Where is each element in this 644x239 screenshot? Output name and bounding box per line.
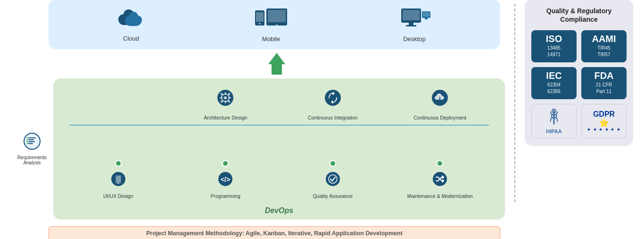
badge-hipaa: HIPAA [531, 104, 577, 138]
badge-iso: ISO 1348514971 [531, 30, 577, 62]
timeline-dot-cd [437, 160, 443, 167]
svg-rect-8 [409, 23, 413, 25]
svg-point-33 [221, 93, 223, 95]
arrow-head [268, 53, 285, 64]
badge-iec: IEC 6230462366 [531, 67, 577, 99]
svg-rect-16 [28, 141, 35, 142]
arch-icon [217, 86, 234, 110]
qa-icon [325, 169, 340, 189]
aami-title: AAMI [592, 34, 616, 43]
svg-rect-7 [403, 10, 420, 20]
iec-title: IEC [546, 71, 561, 80]
svg-rect-24 [116, 176, 121, 182]
iso-title: ISO [546, 34, 562, 43]
svg-point-36 [228, 100, 231, 102]
svg-point-19 [27, 139, 28, 140]
svg-point-42 [326, 172, 340, 186]
svg-point-20 [27, 141, 28, 142]
svg-text:</>: </> [221, 176, 230, 183]
svg-rect-1 [256, 12, 264, 22]
platform-cloud: Cloud [117, 8, 145, 42]
gdpr-star-row: ★ ★ ★ ★ ★ ★ [587, 127, 621, 132]
mobile-icon [254, 8, 288, 33]
platform-mobile: Mobile [254, 8, 288, 43]
maintenance-icon [432, 169, 447, 189]
qa-label: Quality Assurance [313, 189, 353, 204]
timeline-item-uiux: UI/UX Design [65, 86, 172, 204]
gdpr-stars-icon: ⭐ [599, 119, 609, 127]
arch-label: Architecture Design [204, 111, 247, 125]
timeline-dot-uiux [115, 160, 122, 167]
aami-sub: TIR45TIR57 [597, 45, 610, 58]
quality-panel: Quality & Regulatory Compliance ISO 1348… [525, 0, 633, 146]
cd-icon [431, 86, 448, 110]
timeline-item-arch: Architecture Design </> Programming [172, 86, 280, 204]
svg-point-34 [228, 93, 231, 95]
platform-desktop: Desktop [397, 8, 431, 43]
iec-sub: 6230462366 [547, 82, 561, 95]
svg-rect-14 [28, 137, 36, 138]
svg-point-5 [276, 24, 278, 26]
svg-rect-15 [28, 139, 34, 140]
cloud-label: Cloud [123, 35, 139, 42]
arrow-stem [272, 64, 282, 75]
gdpr-content: GDPR ⭐ ★ ★ ★ ★ ★ ★ [587, 110, 621, 132]
timeline-dot-arch [222, 160, 229, 167]
iso-sub: 1348514971 [547, 45, 561, 58]
desktop-icon [397, 8, 431, 33]
uiux-icon [111, 169, 126, 189]
requirements-analysis: Requirements Analysis [11, 133, 53, 165]
ci-icon [324, 86, 341, 110]
uiux-label: UI/UX Design [103, 189, 133, 204]
cloud-icon [117, 8, 145, 32]
platform-box: Cloud Mobile [49, 0, 500, 49]
ci-label: Continuous Integration [308, 111, 358, 125]
fda-title: FDA [594, 71, 613, 80]
timeline-item-cd: Continuous Deployment [387, 86, 494, 204]
main-container: Cloud Mobile [11, 0, 633, 239]
desktop-label: Desktop [403, 35, 426, 43]
mobile-label: Mobile [262, 35, 280, 43]
outer-row: Requirements Analysis [11, 78, 505, 220]
svg-point-25 [117, 182, 119, 184]
svg-point-21 [27, 143, 28, 144]
left-section: Cloud Mobile [11, 0, 505, 239]
svg-rect-11 [423, 12, 429, 17]
programming-label: Programming [211, 189, 240, 204]
maintenance-label: Maintenance & Modernization [407, 189, 473, 204]
divider [514, 4, 515, 202]
svg-rect-9 [406, 25, 416, 26]
badges-grid: ISO 1348514971 AAMI TIR45TIR57 IEC 62304… [531, 30, 627, 138]
devops-box: UI/UX Design [53, 78, 505, 220]
hipaa-label: HIPAA [546, 128, 561, 134]
hipaa-caduceus-icon [547, 108, 561, 128]
badge-fda: FDA 21 CFRPart 11 [581, 67, 627, 99]
svg-point-2 [259, 23, 261, 25]
devops-label: DevOps [60, 206, 498, 215]
arrow-section [49, 53, 505, 75]
timeline-row: UI/UX Design [60, 86, 498, 204]
svg-point-35 [221, 100, 223, 102]
cd-label: Continuous Deployment [413, 111, 466, 125]
quality-panel-title: Quality & Regulatory Compliance [531, 7, 627, 24]
fda-sub: 21 CFRPart 11 [596, 82, 612, 95]
programming-icon: </> [218, 169, 233, 189]
badge-gdpr: GDPR ⭐ ★ ★ ★ ★ ★ ★ [581, 104, 627, 138]
gdpr-title: GDPR [593, 110, 615, 119]
svg-rect-17 [28, 143, 33, 144]
svg-rect-12 [425, 18, 428, 19]
badge-aami: AAMI TIR45TIR57 [581, 30, 627, 62]
svg-point-18 [27, 137, 28, 138]
timeline-dot-ci [330, 160, 336, 167]
requirements-icon [24, 133, 41, 153]
project-bar: Project Management Methodology: Agile, K… [49, 226, 500, 239]
requirements-label: Requirements Analysis [11, 155, 53, 165]
svg-rect-4 [268, 10, 286, 22]
up-arrow-container [268, 53, 285, 75]
timeline-item-ci: Continuous Integration Quality Assurance [279, 86, 387, 204]
svg-point-28 [224, 96, 227, 99]
